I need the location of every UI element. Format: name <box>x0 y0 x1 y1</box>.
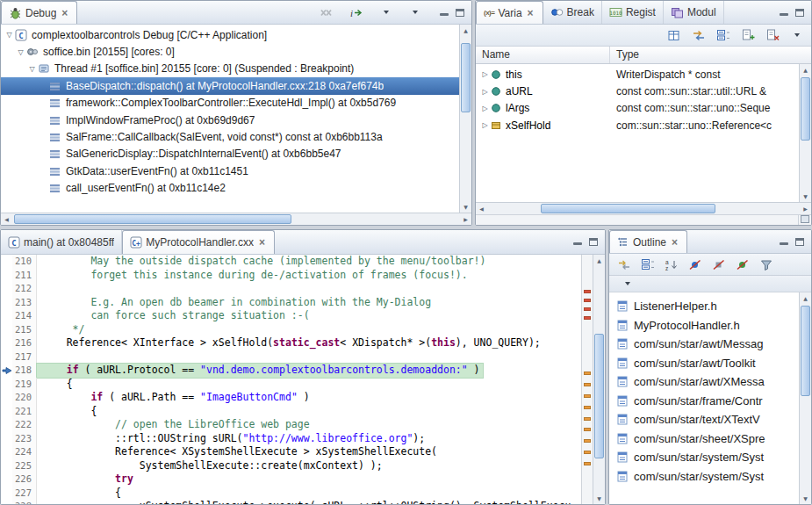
line-number[interactable]: 212 <box>12 282 37 296</box>
scroll-up-icon[interactable] <box>593 255 605 266</box>
scroll-down-icon[interactable] <box>593 493 605 504</box>
code-line[interactable]: 222 // open the LibreOffice web page <box>1 418 581 432</box>
maximize-icon[interactable] <box>589 238 598 246</box>
scroll-down-icon[interactable] <box>800 493 811 504</box>
code-line[interactable]: 219 { <box>1 378 581 392</box>
line-number[interactable]: 217 <box>12 350 37 364</box>
overview-marker[interactable] <box>584 462 591 465</box>
outline-item[interactable]: com/sun/star/frame/Contr <box>609 392 799 411</box>
code-line[interactable]: 214 can force such strange situation :-( <box>1 309 581 323</box>
debug-tree-item[interactable]: ImplWindowFrameProc() at 0xb69d9d67 <box>1 112 459 128</box>
outline-item[interactable]: com/sun/star/system/Syst <box>609 467 799 487</box>
sort-icon[interactable]: az <box>664 256 679 273</box>
filters-icon[interactable] <box>758 256 773 273</box>
expander-icon[interactable]: ▷ <box>479 88 491 96</box>
scrollbar-thumb[interactable] <box>801 306 810 396</box>
scrollbar-thumb[interactable] <box>541 204 715 213</box>
debug-tree-item[interactable]: SalGenericDisplay::DispatchInternalEvent… <box>1 146 459 162</box>
code-line[interactable]: 226 try <box>1 473 581 487</box>
scroll-down-icon[interactable] <box>460 201 471 213</box>
scrollbar-track[interactable] <box>460 36 471 201</box>
hide-non-public-members-icon[interactable] <box>735 256 750 273</box>
collapse-all-icon[interactable] <box>715 27 730 44</box>
scrollbar-thumb[interactable] <box>14 214 291 224</box>
code-line[interactable]: 217 <box>1 350 581 364</box>
scroll-up-icon[interactable] <box>800 292 811 304</box>
code-line[interactable]: 225 SystemShellExecute::create(mxContext… <box>1 459 581 473</box>
show-logical-structure-icon[interactable] <box>691 27 706 44</box>
overview-marker[interactable] <box>584 307 591 311</box>
line-number[interactable]: 228 <box>12 500 37 504</box>
code-line[interactable]: 221 { <box>1 405 581 419</box>
tab-break[interactable]: Break <box>543 1 602 24</box>
outline-item[interactable]: com/sun/star/awt/Messag <box>609 335 799 354</box>
outline-item[interactable]: MyProtocolHandler.h <box>609 316 799 335</box>
outline-item[interactable]: com/sun/star/awt/XMessa <box>609 372 799 392</box>
line-number[interactable]: 224 <box>12 445 37 459</box>
variable-row[interactable]: ▷thisWriterDispatch * const <box>476 66 799 83</box>
scrollbar-track[interactable] <box>593 266 605 493</box>
variable-row[interactable]: ▷lArgsconst com::sun::star::uno::Seque <box>476 100 799 117</box>
view-menu-2-icon[interactable] <box>407 4 422 21</box>
overview-marker[interactable] <box>584 290 591 293</box>
variables-horizontal-scrollbar[interactable] <box>476 202 811 214</box>
outline-vertical-scrollbar[interactable] <box>799 292 811 504</box>
close-icon[interactable] <box>670 236 679 249</box>
overview-ruler[interactable] <box>581 255 593 504</box>
line-number[interactable]: 223 <box>12 432 37 446</box>
scroll-down-icon[interactable] <box>800 191 811 202</box>
code-line[interactable]: 228 xSystemShellExecute->execute( sURL, … <box>1 500 581 504</box>
debug-tree-item[interactable]: ▽Ccomplextoolbarcontrols Debug [C/C++ Ap… <box>1 26 459 43</box>
scroll-up-icon[interactable] <box>460 25 471 36</box>
add-global-variables-icon[interactable] <box>740 27 755 44</box>
line-number[interactable]: 218 <box>12 364 37 378</box>
expander-icon[interactable]: ▷ <box>479 121 491 129</box>
debug-tree-item[interactable]: ▽Thread #1 [soffice.bin] 20155 [core: 0]… <box>1 61 459 77</box>
code-line[interactable]: 213 E.g. An open db beamer in combinatio… <box>1 296 581 310</box>
line-number[interactable]: 225 <box>12 459 37 473</box>
view-menu-icon[interactable] <box>378 4 393 21</box>
line-number[interactable]: 211 <box>12 269 37 283</box>
variable-row[interactable]: ▷aURLconst com::sun::star::util::URL & <box>476 83 799 99</box>
tab-debug[interactable]: Debug <box>1 1 77 24</box>
hide-static-members-icon[interactable] <box>711 256 726 273</box>
minimize-icon[interactable] <box>573 238 582 246</box>
show-type-names-icon[interactable] <box>666 27 681 44</box>
collapse-all-icon[interactable] <box>640 256 655 273</box>
link-with-editor-icon[interactable] <box>616 256 631 273</box>
outline-item[interactable]: ListenerHelper.h <box>609 297 799 316</box>
tab-modul[interactable]: Modul <box>664 1 724 24</box>
remove-all-terminated-icon[interactable] <box>319 4 334 21</box>
debug-tree-item[interactable]: call_userEventFn() at 0xb11c14e2 <box>1 180 459 197</box>
close-icon[interactable] <box>526 7 535 19</box>
scroll-left-icon[interactable] <box>1 213 12 225</box>
scrollbar-track[interactable] <box>800 76 811 191</box>
code-line[interactable]: 210 May the outside dispatch cache (impl… <box>1 255 581 269</box>
view-menu-icon[interactable] <box>620 276 635 292</box>
line-number[interactable]: 216 <box>12 336 37 350</box>
expander-icon[interactable]: ▽ <box>4 31 15 39</box>
overview-marker[interactable] <box>584 372 591 375</box>
maximize-icon[interactable] <box>456 9 464 17</box>
tab-regist[interactable]: 1010Regist <box>602 1 664 24</box>
debug-vertical-scrollbar[interactable] <box>459 25 471 213</box>
outline-item[interactable]: com/sun/star/awt/Toolkit <box>609 354 799 373</box>
line-number[interactable]: 221 <box>12 405 37 419</box>
hide-fields-icon[interactable] <box>687 256 702 273</box>
resize-corner[interactable] <box>798 215 811 225</box>
debug-tree-item[interactable]: GtkData::userEventFn() at 0xb11c1451 <box>1 162 459 179</box>
overview-marker[interactable] <box>584 451 591 454</box>
scroll-right-icon[interactable] <box>800 203 811 214</box>
debug-tree-item[interactable]: SalFrame::CallCallback(SalEvent, void co… <box>1 128 459 145</box>
maximize-icon[interactable] <box>795 238 804 246</box>
outline-item[interactable]: com/sun/star/sheet/XSpre <box>609 429 799 449</box>
overview-marker[interactable] <box>584 383 591 386</box>
variables-vertical-scrollbar[interactable] <box>799 64 811 202</box>
tab-varia[interactable]: (x)=Varia <box>476 1 543 24</box>
tab-myprotocolhandler-cxx[interactable]: C+MyProtocolHandler.cxx <box>122 230 275 254</box>
code-line[interactable]: 218 if ( aURL.Protocol == "vnd.demo.comp… <box>1 364 581 378</box>
minimize-icon[interactable] <box>440 9 449 17</box>
outline-item[interactable]: com/sun/star/text/XTextV <box>609 410 799 429</box>
maximize-icon[interactable] <box>795 9 804 17</box>
debug-tree-item[interactable]: ▽soffice.bin [20155] [cores: 0] <box>1 43 459 60</box>
